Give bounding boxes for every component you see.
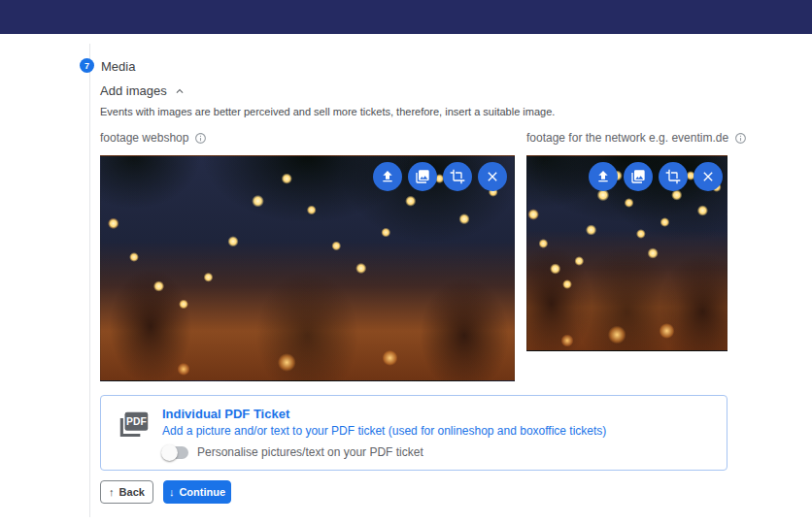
photo-action-toolbar [373, 162, 507, 191]
network-footage-label-text: footage for the network e.g. eventim.de [526, 131, 728, 145]
crop-image-button[interactable] [659, 162, 688, 191]
app-header-bar [0, 0, 812, 34]
individual-pdf-ticket-panel: PDF Individual PDF Ticket Add a picture … [100, 395, 727, 471]
gallery-button[interactable] [624, 162, 653, 191]
continue-button-label: Continue [179, 486, 225, 498]
pdf-personalise-row: Personalise pictures/text on your PDF ti… [162, 445, 423, 459]
webshop-footage-photo [100, 155, 515, 381]
network-footage-label: footage for the network e.g. eventim.de [526, 131, 747, 145]
step-number-badge: 7 [80, 58, 94, 73]
gallery-button[interactable] [408, 162, 437, 191]
back-button[interactable]: ↑ Back [100, 480, 153, 504]
personalise-pdf-toggle-label: Personalise pictures/text on your PDF ti… [197, 445, 423, 459]
crop-image-button[interactable] [443, 162, 472, 191]
svg-text:PDF: PDF [126, 416, 147, 427]
crop-icon [665, 169, 681, 184]
step-connector-line [89, 44, 90, 517]
continue-button[interactable]: ↓ Continue [163, 480, 231, 504]
webshop-footage-label-text: footage webshop [100, 131, 188, 145]
pdf-ticket-title: Individual PDF Ticket [162, 407, 289, 421]
gallery-icon [415, 169, 430, 184]
crop-icon [450, 169, 465, 184]
network-footage-photo [526, 155, 727, 351]
step-title: Media [101, 59, 135, 74]
toggle-knob [161, 444, 178, 461]
add-images-section-toggle[interactable]: Add images [100, 83, 186, 98]
photo-action-toolbar [589, 162, 723, 191]
upload-image-button[interactable] [373, 162, 402, 191]
add-images-description: Events with images are better perceived … [100, 106, 555, 117]
remove-image-button[interactable] [478, 162, 507, 191]
info-icon[interactable] [734, 132, 747, 145]
pdf-icon: PDF [116, 408, 152, 444]
upload-icon [595, 169, 611, 184]
webshop-footage-label: footage webshop [100, 131, 207, 145]
arrow-down-icon: ↓ [169, 486, 175, 498]
pdf-ticket-description: Add a picture and/or text to your PDF ti… [162, 424, 606, 438]
close-icon [700, 169, 716, 184]
back-button-label: Back [119, 486, 145, 498]
remove-image-button[interactable] [694, 162, 723, 191]
upload-icon [380, 169, 395, 184]
close-icon [485, 169, 500, 184]
arrow-up-icon: ↑ [109, 486, 115, 498]
add-images-title: Add images [100, 83, 167, 98]
upload-image-button[interactable] [589, 162, 618, 191]
gallery-icon [630, 169, 646, 184]
chevron-up-icon [173, 84, 186, 98]
personalise-pdf-toggle[interactable] [162, 446, 188, 459]
media-step-page: 7 Media Add images Events with images ar… [0, 0, 812, 524]
info-icon[interactable] [194, 132, 207, 145]
